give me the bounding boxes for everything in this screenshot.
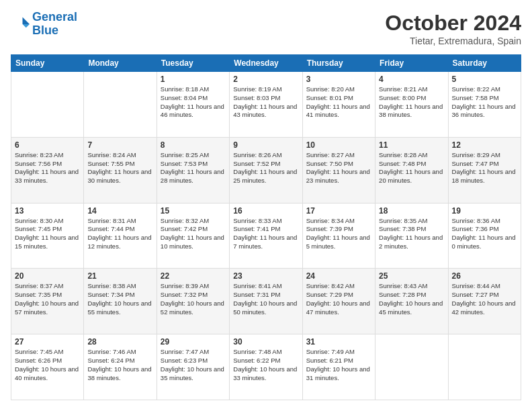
calendar-week-4: 20Sunrise: 8:37 AM Sunset: 7:35 PM Dayli…	[11, 269, 521, 334]
cell-content: Sunrise: 8:21 AM Sunset: 8:00 PM Dayligh…	[379, 85, 444, 120]
calendar-cell: 29Sunrise: 7:47 AM Sunset: 6:23 PM Dayli…	[157, 334, 229, 400]
day-number: 6	[15, 140, 80, 150]
day-number: 2	[233, 75, 298, 84]
cell-content: Sunrise: 8:41 AM Sunset: 7:31 PM Dayligh…	[233, 282, 298, 316]
cell-content: Sunrise: 8:33 AM Sunset: 7:41 PM Dayligh…	[233, 217, 298, 251]
calendar-cell: 22Sunrise: 8:39 AM Sunset: 7:32 PM Dayli…	[157, 269, 229, 334]
day-number: 10	[306, 140, 371, 150]
cell-content: Sunrise: 8:25 AM Sunset: 7:53 PM Dayligh…	[161, 151, 226, 185]
cell-content: Sunrise: 8:28 AM Sunset: 7:48 PM Dayligh…	[379, 151, 444, 185]
weekday-header-wednesday: Wednesday	[230, 55, 302, 72]
calendar-cell	[11, 72, 84, 138]
day-number: 28	[87, 337, 152, 347]
calendar-cell: 15Sunrise: 8:32 AM Sunset: 7:42 PM Dayli…	[157, 203, 229, 269]
cell-content: Sunrise: 8:32 AM Sunset: 7:42 PM Dayligh…	[161, 217, 226, 251]
weekday-header-sunday: Sunday	[11, 55, 84, 72]
calendar-cell: 18Sunrise: 8:35 AM Sunset: 7:38 PM Dayli…	[375, 203, 448, 269]
cell-content: Sunrise: 8:39 AM Sunset: 7:32 PM Dayligh…	[161, 282, 226, 316]
calendar-cell: 4Sunrise: 8:21 AM Sunset: 8:00 PM Daylig…	[375, 72, 448, 138]
logo-line2: Blue	[32, 24, 58, 37]
cell-content: Sunrise: 8:30 AM Sunset: 7:45 PM Dayligh…	[15, 217, 80, 251]
logo-line1: General	[32, 10, 77, 24]
page: General Blue October 2024 Tietar, Extrem…	[0, 0, 532, 411]
day-number: 24	[306, 271, 371, 281]
cell-content: Sunrise: 8:38 AM Sunset: 7:34 PM Dayligh…	[87, 282, 152, 316]
day-number: 9	[233, 140, 298, 150]
calendar-cell: 1Sunrise: 8:18 AM Sunset: 8:04 PM Daylig…	[157, 72, 229, 138]
calendar-cell	[448, 334, 521, 400]
day-number: 29	[161, 337, 226, 347]
cell-content: Sunrise: 8:34 AM Sunset: 7:39 PM Dayligh…	[306, 217, 371, 251]
logo: General Blue	[11, 11, 77, 38]
day-number: 17	[306, 206, 371, 216]
cell-content: Sunrise: 8:44 AM Sunset: 7:27 PM Dayligh…	[452, 282, 517, 316]
calendar-cell: 8Sunrise: 8:25 AM Sunset: 7:53 PM Daylig…	[157, 137, 229, 203]
cell-content: Sunrise: 8:20 AM Sunset: 8:01 PM Dayligh…	[306, 85, 371, 120]
calendar-cell	[375, 334, 448, 400]
calendar-cell: 25Sunrise: 8:43 AM Sunset: 7:28 PM Dayli…	[375, 269, 448, 334]
day-number: 11	[379, 140, 444, 150]
day-number: 14	[87, 206, 152, 216]
cell-content: Sunrise: 8:42 AM Sunset: 7:29 PM Dayligh…	[306, 282, 371, 316]
calendar-cell: 28Sunrise: 7:46 AM Sunset: 6:24 PM Dayli…	[84, 334, 157, 400]
calendar-header: SundayMondayTuesdayWednesdayThursdayFrid…	[11, 55, 521, 72]
calendar-cell: 14Sunrise: 8:31 AM Sunset: 7:44 PM Dayli…	[84, 203, 157, 269]
calendar-cell: 26Sunrise: 8:44 AM Sunset: 7:27 PM Dayli…	[448, 269, 521, 334]
calendar-cell: 3Sunrise: 8:20 AM Sunset: 8:01 PM Daylig…	[302, 72, 375, 138]
day-number: 13	[15, 206, 80, 216]
calendar-cell: 30Sunrise: 7:48 AM Sunset: 6:22 PM Dayli…	[230, 334, 302, 400]
cell-content: Sunrise: 8:22 AM Sunset: 7:58 PM Dayligh…	[452, 85, 517, 120]
cell-content: Sunrise: 8:31 AM Sunset: 7:44 PM Dayligh…	[87, 217, 152, 251]
weekday-header-thursday: Thursday	[302, 55, 375, 72]
day-number: 31	[306, 337, 371, 347]
calendar-cell: 6Sunrise: 8:23 AM Sunset: 7:56 PM Daylig…	[11, 137, 84, 203]
day-number: 20	[15, 271, 80, 281]
day-number: 8	[161, 140, 226, 150]
cell-content: Sunrise: 8:18 AM Sunset: 8:04 PM Dayligh…	[161, 85, 226, 120]
calendar-cell: 12Sunrise: 8:29 AM Sunset: 7:47 PM Dayli…	[448, 137, 521, 203]
title-block: October 2024 Tietar, Extremadura, Spain	[385, 11, 521, 46]
cell-content: Sunrise: 8:29 AM Sunset: 7:47 PM Dayligh…	[452, 151, 517, 185]
weekday-header-friday: Friday	[375, 55, 448, 72]
cell-content: Sunrise: 7:47 AM Sunset: 6:23 PM Dayligh…	[161, 348, 226, 382]
cell-content: Sunrise: 8:19 AM Sunset: 8:03 PM Dayligh…	[233, 85, 298, 120]
day-number: 25	[379, 271, 444, 281]
day-number: 12	[452, 140, 517, 150]
logo-icon	[11, 15, 30, 34]
day-number: 4	[379, 75, 444, 84]
calendar-week-5: 27Sunrise: 7:45 AM Sunset: 6:26 PM Dayli…	[11, 334, 521, 400]
day-number: 3	[306, 75, 371, 84]
day-number: 5	[452, 75, 517, 84]
calendar-week-3: 13Sunrise: 8:30 AM Sunset: 7:45 PM Dayli…	[11, 203, 521, 269]
calendar-cell: 24Sunrise: 8:42 AM Sunset: 7:29 PM Dayli…	[302, 269, 375, 334]
svg-marker-1	[23, 24, 30, 28]
calendar-cell: 17Sunrise: 8:34 AM Sunset: 7:39 PM Dayli…	[302, 203, 375, 269]
calendar-cell: 9Sunrise: 8:26 AM Sunset: 7:52 PM Daylig…	[230, 137, 302, 203]
day-number: 18	[379, 206, 444, 216]
cell-content: Sunrise: 8:27 AM Sunset: 7:50 PM Dayligh…	[306, 151, 371, 185]
day-number: 21	[87, 271, 152, 281]
cell-content: Sunrise: 8:37 AM Sunset: 7:35 PM Dayligh…	[15, 282, 80, 316]
calendar-cell: 7Sunrise: 8:24 AM Sunset: 7:55 PM Daylig…	[84, 137, 157, 203]
cell-content: Sunrise: 7:45 AM Sunset: 6:26 PM Dayligh…	[15, 348, 80, 382]
day-number: 30	[233, 337, 298, 347]
cell-content: Sunrise: 7:49 AM Sunset: 6:21 PM Dayligh…	[306, 348, 371, 382]
logo-text: General Blue	[32, 11, 77, 38]
day-number: 1	[161, 75, 226, 84]
calendar-cell: 5Sunrise: 8:22 AM Sunset: 7:58 PM Daylig…	[448, 72, 521, 138]
calendar-cell: 21Sunrise: 8:38 AM Sunset: 7:34 PM Dayli…	[84, 269, 157, 334]
calendar-cell: 10Sunrise: 8:27 AM Sunset: 7:50 PM Dayli…	[302, 137, 375, 203]
header: General Blue October 2024 Tietar, Extrem…	[11, 11, 521, 46]
cell-content: Sunrise: 8:23 AM Sunset: 7:56 PM Dayligh…	[15, 151, 80, 185]
calendar-cell	[84, 72, 157, 138]
svg-marker-0	[23, 17, 30, 24]
calendar-body: 1Sunrise: 8:18 AM Sunset: 8:04 PM Daylig…	[11, 72, 521, 400]
calendar-cell: 31Sunrise: 7:49 AM Sunset: 6:21 PM Dayli…	[302, 334, 375, 400]
cell-content: Sunrise: 7:48 AM Sunset: 6:22 PM Dayligh…	[233, 348, 298, 382]
cell-content: Sunrise: 8:43 AM Sunset: 7:28 PM Dayligh…	[379, 282, 444, 316]
calendar-table: SundayMondayTuesdayWednesdayThursdayFrid…	[11, 54, 521, 400]
day-number: 7	[87, 140, 152, 150]
day-number: 22	[161, 271, 226, 281]
calendar-cell: 11Sunrise: 8:28 AM Sunset: 7:48 PM Dayli…	[375, 137, 448, 203]
cell-content: Sunrise: 7:46 AM Sunset: 6:24 PM Dayligh…	[87, 348, 152, 382]
